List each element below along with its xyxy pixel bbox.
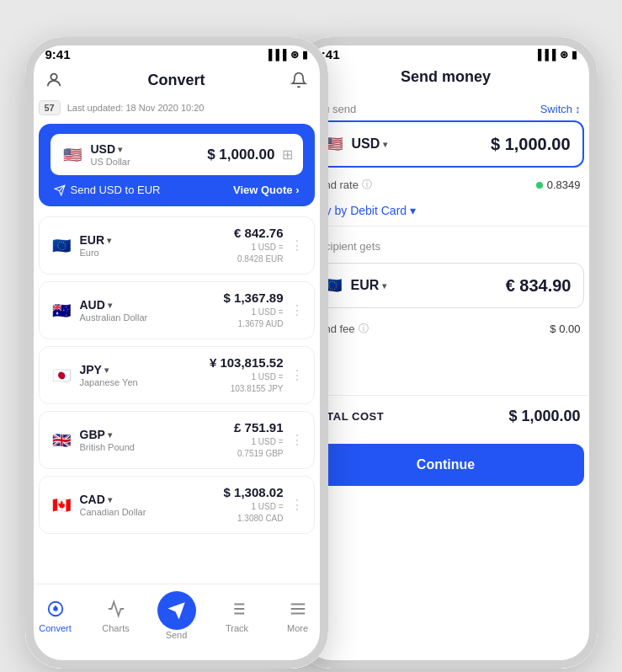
currency-caret-icon: ▾	[107, 236, 111, 245]
currency-flag: 🇦🇺	[50, 299, 73, 323]
send-rate-row: Send rate ⓘ 0.8349	[295, 171, 598, 199]
currency-rate: 1 USD =0.7519 GBP	[234, 436, 283, 460]
recipient-box[interactable]: 🇪🇺 EUR ▾ € 834.90	[308, 263, 584, 308]
currency-code: EUR ▾	[80, 233, 112, 247]
currency-amount: ¥ 103,815.52	[210, 355, 284, 370]
currency-list: 🇪🇺 EUR ▾ Euro € 842.76 1 USD =0.8428 EUR…	[39, 216, 315, 534]
currency-item-right: $ 1,308.02 1 USD =1.3080 CAD	[224, 485, 284, 525]
view-quote-button[interactable]: View Quote ›	[233, 184, 300, 196]
right-phone: 9:41 ▐▐▐ ⊛ ▮ Send money You send Switch …	[295, 37, 598, 669]
right-page-title: Send money	[401, 68, 491, 86]
more-options-icon[interactable]: ⋮	[290, 432, 304, 448]
convert-nav-label: Convert	[39, 623, 72, 633]
currency-name: Japanese Yen	[80, 377, 138, 387]
currency-flag: 🇪🇺	[50, 234, 73, 258]
switch-button[interactable]: Switch ↕	[540, 103, 581, 115]
last-updated-text: Last updated: 18 Nov 2020 10:20	[67, 103, 205, 113]
nav-item-charts[interactable]: Charts	[91, 598, 141, 633]
right-home-indicator	[295, 657, 598, 669]
last-updated-row: 57 Last updated: 18 Nov 2020 10:20	[39, 100, 315, 115]
bell-icon[interactable]	[287, 68, 311, 92]
currency-rate: 1 USD =103.8155 JPY	[210, 371, 284, 395]
currency-flag: 🇯🇵	[50, 364, 73, 387]
currency-code: JPY ▾	[80, 363, 138, 376]
more-options-icon[interactable]: ⋮	[290, 497, 304, 513]
pay-method-row[interactable]: Pay by Debit Card ▾	[295, 199, 598, 227]
recipient-label-row: Recipient gets	[295, 232, 598, 258]
total-cost-value: $ 1,000.00	[508, 408, 580, 425]
currency-item-left: 🇨🇦 CAD ▾ Canadian Dollar	[50, 493, 146, 517]
currency-code: AUD ▾	[80, 298, 148, 312]
main-currency-row: 🇺🇸 USD ▾ US Dollar $ 1,000.00 ⊞	[51, 134, 303, 175]
send-fee-row: Send fee ⓘ $ 0.00	[295, 313, 598, 344]
you-send-section: You send Switch ↕	[295, 94, 598, 120]
usd-flag: 🇺🇸	[61, 143, 84, 167]
you-send-amount: $ 1,000.00	[491, 135, 571, 154]
recipient-currency-code[interactable]: EUR ▾	[351, 278, 387, 293]
right-battery-icon: ▮	[571, 49, 577, 61]
more-options-icon[interactable]: ⋮	[290, 302, 304, 318]
currency-code: GBP ▾	[80, 428, 135, 441]
currency-caret-icon: ▾	[108, 495, 112, 504]
continue-button[interactable]: Continue	[308, 444, 584, 486]
left-nav-header: Convert	[25, 65, 328, 100]
send-money-content: You send Switch ↕ 🇺🇸 USD ▾ $ 1,	[295, 94, 598, 657]
more-nav-label: More	[287, 623, 308, 633]
profile-icon[interactable]	[42, 68, 66, 92]
send-nav-icon	[157, 591, 196, 630]
you-send-currency-row: 🇺🇸 USD ▾ $ 1,000.00	[322, 132, 571, 156]
right-status-icons: ▐▐▐ ⊛ ▮	[534, 49, 577, 61]
charts-nav-icon	[105, 598, 127, 620]
svg-point-0	[51, 74, 56, 80]
currency-amount: € 842.76	[234, 226, 283, 240]
currency-list-item[interactable]: 🇦🇺 AUD ▾ Australian Dollar $ 1,367.89 1 …	[39, 281, 315, 339]
left-phone: 9:41 ▐▐▐ ⊛ ▮ Convert 57 Last updated: 18…	[25, 37, 328, 669]
you-send-caret-icon: ▾	[383, 140, 387, 149]
currency-amount: £ 751.91	[234, 420, 283, 435]
you-send-currency-code[interactable]: USD ▾	[352, 136, 388, 152]
currency-list-item[interactable]: 🇪🇺 EUR ▾ Euro € 842.76 1 USD =0.8428 EUR…	[39, 216, 315, 275]
track-nav-icon	[226, 598, 248, 620]
currency-rate: 1 USD =0.8428 EUR	[234, 242, 283, 265]
send-rate-info-icon: ⓘ	[362, 178, 372, 192]
phones-container: 9:41 ▐▐▐ ⊛ ▮ Convert 57 Last updated: 18…	[17, 17, 605, 672]
currency-code: CAD ▾	[80, 493, 146, 506]
currency-item-left: 🇪🇺 EUR ▾ Euro	[50, 233, 112, 258]
currency-item-left: 🇯🇵 JPY ▾ Japanese Yen	[50, 363, 138, 387]
currency-list-item[interactable]: 🇬🇧 GBP ▾ British Pound £ 751.91 1 USD =0…	[39, 411, 315, 469]
currency-item-right: $ 1,367.89 1 USD =1.3679 AUD	[224, 291, 284, 330]
more-options-icon[interactable]: ⋮	[290, 237, 304, 253]
track-nav-label: Track	[226, 623, 248, 633]
currency-item-left: 🇦🇺 AUD ▾ Australian Dollar	[50, 298, 148, 323]
more-options-icon[interactable]: ⋮	[290, 367, 304, 383]
wifi-icon: ⊛	[290, 49, 299, 61]
send-left: Send USD to EUR	[54, 184, 161, 196]
currency-amount: $ 1,367.89	[224, 291, 284, 305]
calculator-icon[interactable]: ⊞	[282, 147, 293, 163]
convert-nav-icon	[45, 598, 66, 620]
nav-item-track[interactable]: Track	[212, 598, 263, 633]
main-caret-icon: ▾	[118, 145, 122, 154]
bottom-nav: Convert Charts Send Track More	[25, 584, 328, 657]
recipient-section: Recipient gets 🇪🇺 EUR ▾ € 834.90	[295, 232, 598, 308]
nav-item-more[interactable]: More	[273, 598, 323, 633]
send-label: Send USD to EUR	[71, 184, 161, 196]
nav-item-convert[interactable]: Convert	[30, 598, 81, 633]
main-currency-card: 🇺🇸 USD ▾ US Dollar $ 1,000.00 ⊞	[39, 124, 315, 206]
last-updated-badge: 57	[39, 100, 61, 115]
right-nav-header: Send money	[295, 65, 598, 94]
you-send-box[interactable]: 🇺🇸 USD ▾ $ 1,000.00	[308, 120, 584, 168]
send-row: Send USD to EUR View Quote ›	[51, 175, 303, 206]
charts-nav-label: Charts	[102, 623, 129, 633]
currency-list-item[interactable]: 🇯🇵 JPY ▾ Japanese Yen ¥ 103,815.52 1 USD…	[39, 346, 315, 404]
currency-caret-icon: ▾	[108, 430, 112, 440]
left-content: 57 Last updated: 18 Nov 2020 10:20 🇺🇸 US…	[25, 100, 328, 584]
send-fee-info-icon: ⓘ	[359, 322, 369, 336]
main-currency-code[interactable]: USD ▾	[91, 142, 130, 156]
currency-list-item[interactable]: 🇨🇦 CAD ▾ Canadian Dollar $ 1,308.02 1 US…	[39, 476, 315, 534]
send-rate-value: 0.8349	[536, 179, 581, 191]
nav-item-send[interactable]: Send	[152, 591, 202, 640]
currency-flag: 🇨🇦	[50, 493, 73, 517]
left-time: 9:41	[45, 47, 71, 61]
recipient-currency-left: 🇪🇺 EUR ▾	[321, 274, 387, 297]
